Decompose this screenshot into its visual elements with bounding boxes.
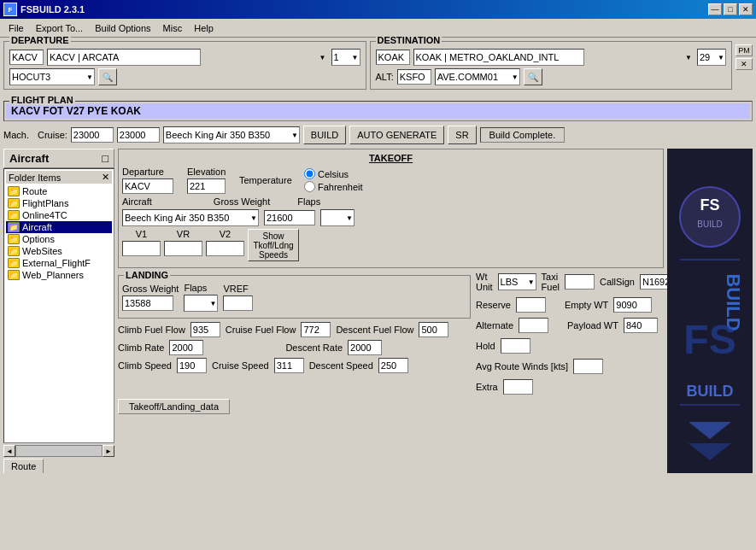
menu-export[interactable]: Export To... <box>31 21 88 35</box>
right-panel: TAKEOFF Departure Elevation Temperature <box>118 149 664 473</box>
mach-label: Mach. <box>3 130 29 140</box>
folder-item-options[interactable]: 📁 Options <box>6 233 112 245</box>
right-column: Wt Unit LBS Taxi Fuel CallSign Reserve <box>476 272 664 397</box>
menu-file[interactable]: File <box>3 21 29 35</box>
destination-star-select[interactable]: AVE.COMM01 <box>435 68 520 85</box>
folder-item-route[interactable]: 📁 Route <box>6 185 112 197</box>
v1-input[interactable] <box>122 241 161 256</box>
maximize-button[interactable]: □ <box>724 3 737 15</box>
close-button[interactable]: ✕ <box>739 3 753 15</box>
minimize-button[interactable]: — <box>708 3 722 15</box>
menu-build-options[interactable]: Build Options <box>90 21 155 35</box>
v2-input[interactable] <box>206 241 244 256</box>
climb-speed-input[interactable] <box>177 358 207 373</box>
alternate-input[interactable] <box>519 318 548 333</box>
taxi-fuel-input[interactable] <box>565 274 595 290</box>
landing-flaps-select[interactable] <box>184 295 218 312</box>
aircraft-label: Aircraft <box>122 196 152 207</box>
vr-input[interactable] <box>164 241 202 256</box>
descent-speed-input[interactable] <box>378 358 408 373</box>
hold-input[interactable] <box>501 338 530 354</box>
destination-search-button[interactable]: 🔍 <box>524 68 542 85</box>
cruise-fuel-flow-input[interactable] <box>301 322 331 337</box>
folder-icon-aircraft: 📁 <box>8 222 20 232</box>
cruise1-input[interactable] <box>71 127 114 143</box>
climb-rate-input[interactable] <box>169 340 203 355</box>
route-tab-button[interactable]: Route <box>3 459 44 473</box>
departure-runway-select[interactable]: 1 <box>331 49 360 66</box>
climb-fuel-flow-input[interactable] <box>190 322 220 337</box>
aircraft-select[interactable]: Beech King Air 350 B350 <box>122 209 259 226</box>
menu-help[interactable]: Help <box>189 21 219 35</box>
side-panel: FS BUILD BUILD FS BUILD <box>667 149 753 473</box>
folder-item-flightplans[interactable]: 📁 FlightPlans <box>6 197 112 209</box>
takeoff-dep-input[interactable] <box>122 178 173 194</box>
v2-label: V2 <box>220 229 231 239</box>
svg-text:FS: FS <box>683 317 735 362</box>
departure-sid-select[interactable]: HOCUT3 <box>9 68 95 85</box>
climb-rate-label: Climb Rate <box>118 342 164 353</box>
descent-fuel-flow-input[interactable] <box>419 322 448 337</box>
fahrenheit-radio[interactable] <box>304 181 315 192</box>
folder-item-online4tc[interactable]: 📁 Online4TC <box>6 209 112 221</box>
app-title: FSBUILD 2.3.1 <box>21 4 85 15</box>
payload-wt-input[interactable] <box>624 318 658 333</box>
descent-fuel-flow-label: Descent Fuel Flow <box>336 325 413 335</box>
folder-item-aircraft[interactable]: 📁 Aircraft <box>6 221 112 233</box>
show-speeds-button[interactable]: Show Tkoff/Ldng Speeds <box>248 229 299 261</box>
pm-plus-button[interactable]: PM <box>735 44 753 56</box>
build-button[interactable]: BUILD <box>303 126 346 144</box>
departure-name-select[interactable]: KACV | ARCATA <box>47 49 201 66</box>
descent-rate-input[interactable] <box>348 340 382 355</box>
departure-search-button[interactable]: 🔍 <box>98 68 117 85</box>
folder-icon-route: 📁 <box>8 186 20 196</box>
destination-icao-input[interactable] <box>376 50 410 65</box>
takeoff-section: TAKEOFF Departure Elevation Temperature <box>118 149 664 268</box>
gross-weight-label: Gross Weight <box>214 196 270 207</box>
folder-item-external[interactable]: 📁 External_FlightF <box>6 257 112 269</box>
destination-runway-select[interactable]: 29 <box>697 49 726 66</box>
takeoff-landing-tab[interactable]: Takeoff/Landing_data <box>118 399 230 414</box>
wt-unit-select[interactable]: LBS <box>498 273 536 290</box>
extra-input[interactable] <box>503 379 533 395</box>
auto-generate-button[interactable]: AUTO GENERATE <box>349 126 444 144</box>
folder-item-label-flightplans: FlightPlans <box>22 198 68 208</box>
folder-close-icon[interactable]: ✕ <box>102 172 109 183</box>
folder-icon-online4tc: 📁 <box>8 210 20 220</box>
landing-gw-input[interactable] <box>122 295 173 311</box>
celsius-radio[interactable] <box>304 168 315 179</box>
folder-item-label-online4tc: Online4TC <box>22 210 67 220</box>
reserve-input[interactable] <box>516 297 546 313</box>
flaps-select[interactable] <box>320 209 355 226</box>
pm-x-button[interactable]: ✕ <box>735 58 753 70</box>
folder-item-web-planners[interactable]: 📁 Web_Planners <box>6 269 112 281</box>
folder-item-label-aircraft: Aircraft <box>22 222 52 232</box>
app-icon: F <box>3 3 17 16</box>
callsign-label: CallSign <box>600 277 635 287</box>
scroll-left-button[interactable]: ◄ <box>3 445 15 457</box>
folder-item-websites[interactable]: 📁 WebSites <box>6 245 112 257</box>
menu-misc[interactable]: Misc <box>158 21 188 35</box>
fuel-section: Climb Fuel Flow Cruise Fuel Flow Descent… <box>118 322 471 373</box>
cruise-speed-input[interactable] <box>274 358 304 373</box>
takeoff-elev-input[interactable] <box>187 178 226 194</box>
avg-route-winds-input[interactable] <box>573 359 603 374</box>
hold-label: Hold <box>476 341 495 351</box>
alt-icao-input[interactable] <box>397 69 431 85</box>
departure-icao-input[interactable] <box>9 50 44 65</box>
panel-maximize-icon[interactable]: □ <box>102 152 108 165</box>
aircraft-type-select[interactable]: Beech King Air 350 B350 <box>163 126 300 143</box>
sr-button[interactable]: SR <box>448 126 476 144</box>
flight-plan-label: FLIGHT PLAN <box>9 95 75 105</box>
scroll-right-button[interactable]: ► <box>103 445 114 457</box>
folder-item-label-external: External_FlightF <box>22 258 91 268</box>
empty-wt-input[interactable] <box>613 297 652 313</box>
destination-name-select[interactable]: KOAK | METRO_OAKLAND_INTL <box>413 49 584 66</box>
vref-input[interactable] <box>223 295 253 311</box>
gross-weight-input[interactable] <box>264 210 315 225</box>
avg-route-winds-label: Avg Route Winds [kts] <box>476 361 568 372</box>
climb-speed-label: Climb Speed <box>118 360 172 371</box>
cruise2-input[interactable] <box>117 127 160 143</box>
scroll-track[interactable] <box>15 445 103 457</box>
folder-icon-websites: 📁 <box>8 246 20 256</box>
